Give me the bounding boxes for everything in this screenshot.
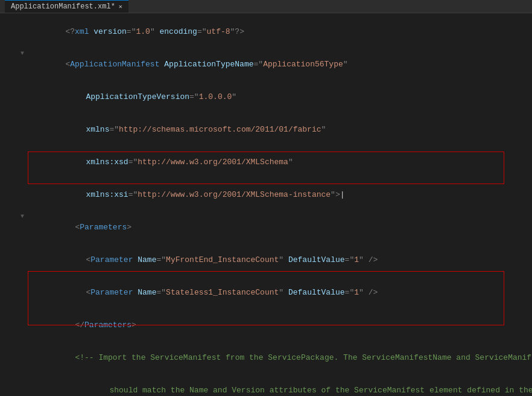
line-2: ▼ <ApplicationManifest ApplicationTypeNa…: [0, 48, 532, 81]
editor-wrapper: <?xml version="1.0" encoding="utf-8"?> ▼…: [0, 16, 532, 396]
close-tab-button[interactable]: ✕: [119, 3, 122, 10]
code-7: <Parameters>: [27, 211, 532, 244]
code-10: </Parameters>: [27, 309, 532, 342]
title-bar: ApplicationManifest.xml* ✕: [0, 0, 532, 13]
line-1: <?xml version="1.0" encoding="utf-8"?>: [0, 16, 532, 48]
file-tab[interactable]: ApplicationManifest.xml* ✕: [5, 0, 128, 13]
line-7: ▼ <Parameters>: [0, 211, 532, 244]
code-8: <Parameter Name="MyFrontEnd_InstanceCoun…: [27, 244, 532, 276]
code-editor[interactable]: <?xml version="1.0" encoding="utf-8"?> ▼…: [0, 13, 532, 396]
file-tab-label: ApplicationManifest.xml*: [11, 2, 115, 11]
code-5: xmlns:xsd="http://www.w3.org/2001/XMLSch…: [27, 146, 532, 179]
line-6: xmlns:xsi="http://www.w3.org/2001/XMLSch…: [0, 179, 532, 211]
code-3: ApplicationTypeVersion="1.0.0.0": [27, 81, 532, 113]
line-11: <!-- Import the ServiceManifest from the…: [0, 342, 532, 374]
line-3: ApplicationTypeVersion="1.0.0.0": [0, 81, 532, 113]
line-12: should match the Name and Version attrib…: [0, 374, 532, 396]
code-9: <Parameter Name="Stateless1_InstanceCoun…: [27, 276, 532, 309]
line-4: xmlns="http://schemas.microsoft.com/2011…: [0, 113, 532, 146]
code-1: <?xml version="1.0" encoding="utf-8"?>: [27, 16, 532, 48]
code-6: xmlns:xsi="http://www.w3.org/2001/XMLSch…: [27, 179, 532, 211]
collapse-2[interactable]: ▼: [18, 48, 27, 59]
code-4: xmlns="http://schemas.microsoft.com/2011…: [27, 113, 532, 146]
line-8: <Parameter Name="MyFrontEnd_InstanceCoun…: [0, 244, 532, 276]
collapse-7[interactable]: ▼: [18, 211, 27, 222]
code-12: should match the Name and Version attrib…: [27, 374, 532, 396]
code-2: <ApplicationManifest ApplicationTypeName…: [27, 48, 532, 81]
line-10: </Parameters>: [0, 309, 532, 342]
code-11: <!-- Import the ServiceManifest from the…: [27, 342, 532, 374]
line-5: xmlns:xsd="http://www.w3.org/2001/XMLSch…: [0, 146, 532, 179]
line-9: <Parameter Name="Stateless1_InstanceCoun…: [0, 276, 532, 309]
